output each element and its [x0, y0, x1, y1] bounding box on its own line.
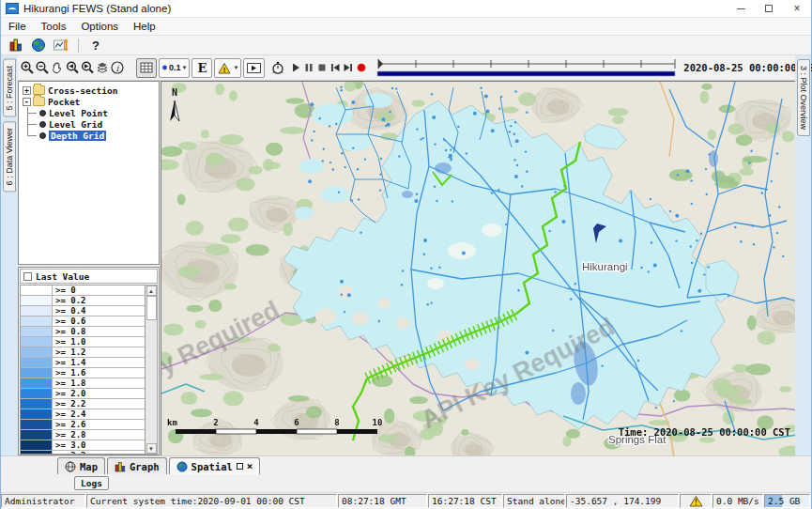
legend-row[interactable]: >= 2.0	[21, 389, 145, 399]
info-icon[interactable]: i	[110, 57, 125, 78]
legend-row[interactable]: >= 3.2	[21, 451, 145, 455]
legend-row[interactable]: >= 0	[21, 285, 145, 296]
menu-help[interactable]: Help	[126, 19, 163, 34]
minimize-button[interactable]	[727, 0, 755, 17]
filters-tree: + Cross-section - Pocket Level P	[18, 81, 160, 265]
collapse-icon[interactable]: -	[23, 98, 31, 106]
bottom-tab-bar: Map Graph Spatial ×	[1, 455, 811, 474]
animation-panel-button[interactable]	[243, 58, 265, 78]
svg-text:2: 2	[213, 418, 218, 427]
grid-display-button[interactable]	[136, 58, 157, 78]
map-display-icon[interactable]	[27, 37, 50, 54]
legend-row[interactable]: >= 1.2	[21, 347, 145, 358]
legend-row[interactable]: >= 1.6	[21, 368, 145, 378]
legend-label: >= 3.0	[53, 440, 86, 450]
pause-button[interactable]	[302, 57, 315, 78]
menu-tools[interactable]: Tools	[34, 19, 74, 34]
tab-graph[interactable]: Graph	[107, 457, 167, 474]
map-time-label: Time: 2020-08-25 00:00:00 CST	[619, 426, 790, 438]
svg-text:6: 6	[294, 418, 299, 427]
tab-map[interactable]: Map	[57, 457, 105, 474]
status-system-time: Current system time:2020-09-01 00:00 CST	[86, 494, 337, 508]
contour-scale-value: 0.1	[169, 63, 181, 72]
thresholds-dropdown[interactable]: !▼	[214, 58, 241, 78]
help-button[interactable]: ?	[84, 37, 107, 54]
legend-swatch	[21, 409, 53, 419]
menu-file[interactable]: File	[1, 19, 34, 34]
legend-label: >= 1.8	[53, 378, 86, 388]
zoom-previous-icon[interactable]	[65, 57, 80, 78]
left-tab-strip: 5 : Forecast 6 : Data Viewer	[1, 55, 18, 455]
tab-spatial[interactable]: Spatial ×	[169, 457, 261, 474]
map-area[interactable]: API Key Required API Key Required Hikura…	[161, 81, 795, 455]
tree-item-level-grid[interactable]: Level Grid	[21, 118, 159, 130]
window-title: Hikurangi FEWS (Stand alone)	[23, 3, 171, 14]
status-bar: Administrator Current system time:2020-0…	[1, 492, 811, 509]
tab-maximize-icon[interactable]	[237, 463, 243, 470]
last-value-checkbox[interactable]	[23, 272, 32, 281]
legend-row[interactable]: >= 0.2	[21, 296, 145, 306]
zoom-next-icon[interactable]	[80, 57, 95, 78]
folder-icon	[33, 85, 45, 95]
zoom-out-icon[interactable]	[35, 57, 50, 78]
last-frame-button[interactable]	[342, 57, 355, 78]
legend-row[interactable]: >= 0.6	[21, 316, 145, 327]
legend-row[interactable]: >= 1.0	[21, 337, 145, 347]
legend-label: >= 0.2	[53, 296, 86, 305]
play-button[interactable]	[289, 57, 302, 78]
tab-forecast[interactable]: 5 : Forecast	[3, 59, 16, 117]
close-button[interactable]: ×	[783, 0, 811, 17]
legend-row[interactable]: >= 1.4	[21, 358, 145, 368]
legend-label: >= 3.2	[53, 451, 86, 455]
tab-close-icon[interactable]: ×	[247, 462, 253, 471]
stop-button[interactable]	[315, 57, 329, 78]
pan-icon[interactable]	[50, 57, 65, 78]
legend-row[interactable]: >= 1.8	[21, 378, 145, 389]
contour-scale-dropdown[interactable]: 0.1▼	[159, 58, 190, 78]
editor-button[interactable]: E	[192, 58, 212, 78]
tree-item-label: Cross-section	[48, 85, 117, 96]
expand-icon[interactable]: +	[23, 86, 31, 95]
legend-row[interactable]: >= 2.6	[21, 420, 145, 430]
maximize-button[interactable]	[755, 0, 783, 17]
bullet-icon	[39, 121, 46, 128]
legend-label: >= 2.8	[53, 430, 86, 440]
explorer-icon[interactable]	[5, 37, 27, 54]
tree-connector	[27, 107, 37, 118]
timeseries-icon[interactable]	[50, 37, 72, 54]
first-frame-button[interactable]	[329, 57, 342, 78]
scroll-up-icon[interactable]: ▲	[146, 285, 157, 296]
menu-options[interactable]: Options	[73, 19, 126, 34]
tree-item-label: Level Grid	[49, 119, 102, 130]
legend-row[interactable]: >= 0.8	[21, 327, 145, 337]
tab-plot-overview[interactable]: 3 : Plot Overview	[797, 59, 810, 136]
layers-icon[interactable]	[95, 57, 110, 78]
zoom-in-icon[interactable]	[20, 57, 35, 78]
title-bar: Hikurangi FEWS (Stand alone) ×	[1, 0, 811, 18]
timer-icon[interactable]	[270, 57, 285, 78]
scrollbar-thumb[interactable]	[146, 296, 157, 320]
status-warning[interactable]: !	[680, 494, 712, 508]
legend-row[interactable]: >= 2.2	[21, 399, 145, 409]
bullet-icon	[39, 132, 46, 139]
logs-button[interactable]: Logs	[74, 476, 109, 490]
menu-bar: File Tools Options Help	[1, 18, 811, 36]
legend-row[interactable]: >= 0.4	[21, 306, 145, 316]
warning-icon: !	[689, 495, 703, 507]
tree-item-depth-grid[interactable]: Depth Grid	[21, 130, 159, 141]
legend-label: >= 0.8	[53, 327, 86, 336]
legend-row[interactable]: >= 2.8	[21, 430, 145, 440]
legend-scrollbar[interactable]: ▲ ▼	[146, 285, 158, 455]
tab-data-viewer[interactable]: 6 : Data Viewer	[3, 121, 16, 192]
map-canvas[interactable]: API Key Required API Key Required Hikura…	[161, 82, 795, 455]
tree-item-cross-section[interactable]: + Cross-section	[21, 85, 159, 96]
record-button[interactable]	[355, 57, 368, 78]
scroll-down-icon[interactable]: ▼	[146, 443, 157, 454]
legend-row[interactable]: >= 3.0	[21, 440, 145, 451]
tree-item-level-point[interactable]: Level Point	[21, 107, 159, 118]
last-value-option[interactable]: Last Value	[20, 269, 158, 284]
time-slider[interactable]	[375, 56, 678, 79]
legend-row[interactable]: >= 2.4	[21, 409, 145, 420]
tree-item-pocket[interactable]: - Pocket	[21, 96, 159, 107]
tab-graph-label: Graph	[130, 461, 160, 472]
